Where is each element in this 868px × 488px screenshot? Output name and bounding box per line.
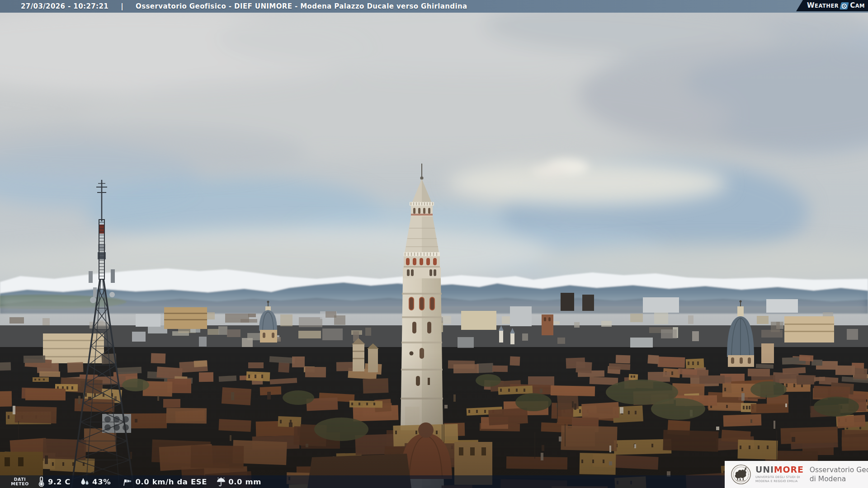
unimore-more: MORE — [774, 465, 804, 474]
weathercam-word1: WEATHER — [807, 0, 839, 12]
humidity-reading: 43% — [80, 477, 111, 486]
university-subtitle: UNIVERSITÀ DEGLI STUDI DI MODENA E REGGI… — [755, 475, 804, 483]
observatory-name: Osservatorio Geofisico di Modena — [810, 465, 868, 483]
weathercam-word2: CAM — [850, 0, 865, 12]
meteo-label: DATI METEO — [9, 477, 31, 487]
lens-ring — [842, 3, 847, 8]
precipitation-value: 0.0 mm — [228, 478, 261, 486]
camera-lens-icon — [840, 2, 849, 9]
water-drops-icon — [80, 477, 90, 486]
windsock-icon — [122, 477, 133, 486]
modena-panorama-scene — [0, 0, 868, 488]
wind-reading: 0.0 km/h da ESE — [122, 477, 207, 486]
thermometer-icon — [37, 477, 46, 487]
temperature-value: 9.2 C — [48, 478, 71, 486]
camera-title: Osservatorio Geofisico - DIEF UNIMORE - … — [136, 2, 467, 10]
wind-value: 0.0 km/h da ESE — [135, 478, 207, 486]
umbrella-icon — [216, 477, 226, 487]
unimore-seal — [731, 464, 751, 485]
temperature-reading: 9.2 C — [37, 477, 71, 487]
top-info-bar: 27/03/2026 - 10:27:21 | Osservatorio Geo… — [0, 0, 868, 13]
unimore-uni: UNI — [755, 465, 774, 474]
weathercam-logo: WEATHER CAM — [796, 0, 868, 11]
precipitation-reading: 0.0 mm — [216, 477, 261, 487]
unimore-branding-box: UNIMORE UNIVERSITÀ DEGLI STUDI DI MODENA… — [725, 461, 868, 488]
humidity-value: 43% — [92, 478, 111, 486]
city-panorama-photo — [0, 0, 868, 488]
unimore-wordmark: UNIMORE UNIVERSITÀ DEGLI STUDI DI MODENA… — [755, 465, 804, 483]
separator: | — [121, 2, 123, 10]
datetime-text: 27/03/2026 - 10:27:21 — [21, 2, 108, 10]
webcam-view: 27/03/2026 - 10:27:21 | Osservatorio Geo… — [0, 0, 868, 488]
